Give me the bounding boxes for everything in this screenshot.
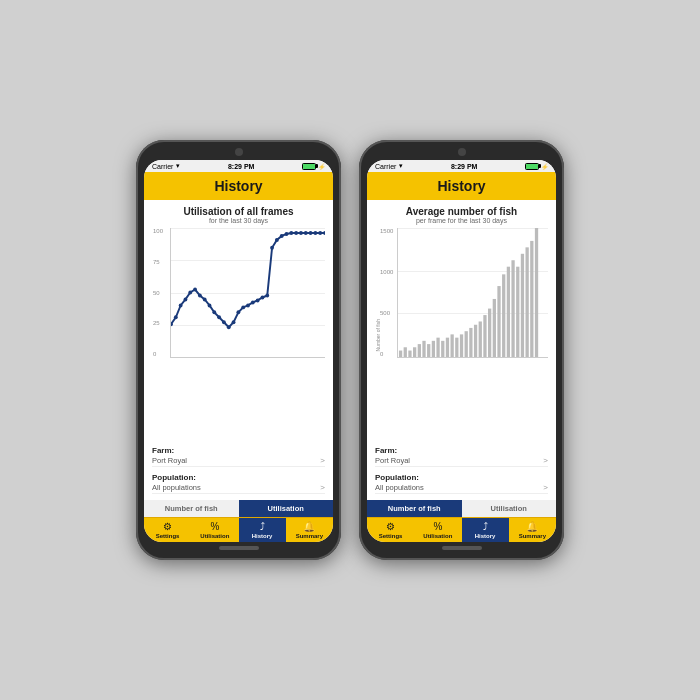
svg-point-25 xyxy=(289,231,293,235)
svg-point-16 xyxy=(246,303,250,307)
nav-settings-left[interactable]: ⚙ Settings xyxy=(144,518,191,542)
nav-summary-label-right: Summary xyxy=(519,533,546,539)
svg-point-12 xyxy=(227,325,231,329)
svg-point-27 xyxy=(299,231,303,235)
svg-rect-35 xyxy=(408,351,411,357)
svg-rect-54 xyxy=(497,286,500,357)
nav-history-label-left: History xyxy=(252,533,273,539)
svg-point-10 xyxy=(217,315,221,319)
svg-point-11 xyxy=(222,320,226,324)
farm-chevron-right: > xyxy=(543,456,548,465)
svg-point-20 xyxy=(265,293,269,297)
svg-rect-42 xyxy=(441,341,444,357)
svg-point-15 xyxy=(241,305,245,309)
svg-rect-48 xyxy=(469,328,472,357)
svg-rect-52 xyxy=(488,309,491,357)
svg-point-24 xyxy=(285,232,289,236)
nav-settings-right[interactable]: ⚙ Settings xyxy=(367,518,414,542)
nav-utilisation-right[interactable]: % Utilisation xyxy=(414,518,461,542)
nav-summary-left[interactable]: 🔔 Summary xyxy=(286,518,333,542)
time-right: 8:29 PM xyxy=(451,163,477,170)
svg-point-23 xyxy=(280,234,284,238)
farm-value-right: Port Royal xyxy=(375,456,410,465)
summary-icon-right: 🔔 xyxy=(526,522,538,532)
home-indicator-right xyxy=(442,546,482,550)
svg-rect-41 xyxy=(436,338,439,357)
carrier-right: Carrier xyxy=(375,163,396,170)
svg-rect-37 xyxy=(418,344,421,357)
svg-point-2 xyxy=(179,303,183,307)
svg-point-9 xyxy=(212,310,216,314)
wifi-icon-right: ▾ xyxy=(399,162,403,170)
camera-left xyxy=(235,148,243,156)
nav-settings-label-left: Settings xyxy=(156,533,180,539)
svg-rect-47 xyxy=(465,331,468,357)
bar-chart-svg xyxy=(398,228,548,357)
population-label-left: Population: xyxy=(152,473,325,482)
farm-chevron-left: > xyxy=(320,456,325,465)
chart-title-left: Utilisation of all frames xyxy=(152,206,325,217)
svg-rect-51 xyxy=(483,315,486,357)
farm-label-right: Farm: xyxy=(375,446,548,455)
svg-rect-56 xyxy=(507,267,510,357)
chart-title-right: Average number of fish xyxy=(375,206,548,217)
summary-icon-left: 🔔 xyxy=(303,522,315,532)
content-left: Utilisation of all frames for the last 3… xyxy=(144,200,333,500)
nav-summary-right[interactable]: 🔔 Summary xyxy=(509,518,556,542)
header-title-left: History xyxy=(144,178,333,194)
population-row-right[interactable]: All populations > xyxy=(375,482,548,494)
camera-right xyxy=(458,148,466,156)
population-row-left[interactable]: All populations > xyxy=(152,482,325,494)
svg-rect-62 xyxy=(535,228,538,357)
chart-subtitle-right: per frame for the last 30 days xyxy=(375,217,548,224)
svg-point-18 xyxy=(256,298,260,302)
svg-rect-53 xyxy=(493,299,496,357)
nav-history-right[interactable]: ⤴ History xyxy=(462,518,509,542)
svg-rect-60 xyxy=(526,247,529,357)
tab-number-of-fish-right[interactable]: Number of fish xyxy=(367,500,462,517)
farm-row-left[interactable]: Port Royal > xyxy=(152,455,325,467)
svg-point-31 xyxy=(318,231,322,235)
svg-point-13 xyxy=(232,320,236,324)
tab-bar-top-right: Number of fish Utilisation xyxy=(367,500,556,517)
nav-settings-label-right: Settings xyxy=(379,533,403,539)
population-section-left: Population: All populations > xyxy=(152,469,325,496)
phone-left: Carrier ▾ 8:29 PM ⚡ History Utilisation … xyxy=(136,140,341,560)
phones-container: Carrier ▾ 8:29 PM ⚡ History Utilisation … xyxy=(136,140,564,560)
screen-left: Carrier ▾ 8:29 PM ⚡ History Utilisation … xyxy=(144,160,333,542)
svg-rect-33 xyxy=(399,351,402,357)
population-chevron-right: > xyxy=(543,483,548,492)
tab-bar-top-left: Number of fish Utilisation xyxy=(144,500,333,517)
svg-rect-40 xyxy=(432,341,435,357)
svg-point-17 xyxy=(251,300,255,304)
tab-utilisation-left[interactable]: Utilisation xyxy=(239,500,334,517)
chart-subtitle-left: for the last 30 days xyxy=(152,217,325,224)
bolt-icon-left: ⚡ xyxy=(318,163,325,170)
population-value-left: All populations xyxy=(152,483,201,492)
farm-row-right[interactable]: Port Royal > xyxy=(375,455,548,467)
nav-history-label-right: History xyxy=(475,533,496,539)
chart-inner-right: 1500 1000 500 0 xyxy=(397,228,548,358)
nav-history-left[interactable]: ⤴ History xyxy=(239,518,286,542)
svg-rect-59 xyxy=(521,254,524,357)
farm-section-left: Farm: Port Royal > xyxy=(152,442,325,469)
time-left: 8:29 PM xyxy=(228,163,254,170)
home-indicator-left xyxy=(219,546,259,550)
tab-number-of-fish-left[interactable]: Number of fish xyxy=(144,500,239,517)
farm-value-left: Port Royal xyxy=(152,456,187,465)
svg-rect-57 xyxy=(511,260,514,357)
nav-utilisation-label-left: Utilisation xyxy=(200,533,229,539)
svg-point-8 xyxy=(208,303,212,307)
tab-utilisation-right[interactable]: Utilisation xyxy=(462,500,557,517)
svg-rect-36 xyxy=(413,347,416,357)
nav-utilisation-left[interactable]: % Utilisation xyxy=(191,518,238,542)
svg-point-28 xyxy=(304,231,308,235)
screen-right: Carrier ▾ 8:29 PM ⚡ History Average numb… xyxy=(367,160,556,542)
chart-area-left: 100 75 50 25 0 xyxy=(170,228,325,442)
svg-point-3 xyxy=(184,297,188,301)
svg-point-4 xyxy=(188,291,192,295)
population-section-right: Population: All populations > xyxy=(375,469,548,496)
svg-point-6 xyxy=(198,293,202,297)
header-left: History xyxy=(144,172,333,200)
svg-rect-61 xyxy=(530,241,533,357)
